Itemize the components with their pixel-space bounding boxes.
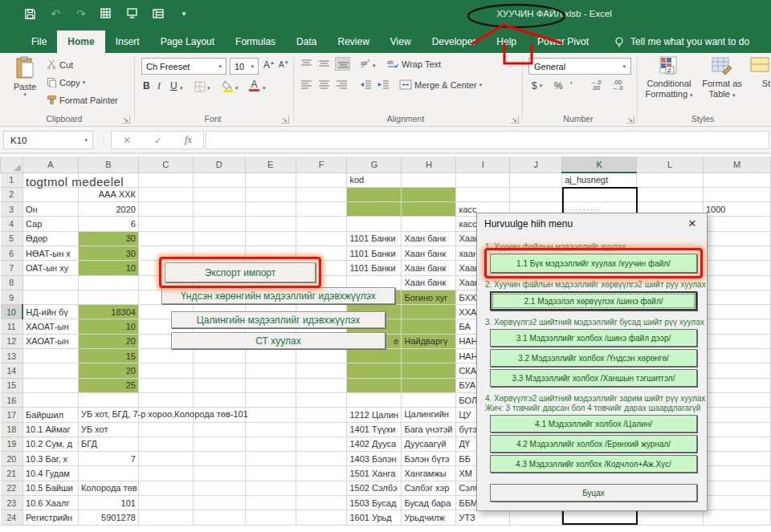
cell-f14[interactable]	[296, 363, 347, 378]
cell-a7[interactable]: ОАТ-ын ху	[22, 261, 78, 275]
cell-a10[interactable]: НД-ийн бү	[22, 305, 78, 319]
ct-copy-button[interactable]: СТ хуулах	[171, 332, 386, 349]
tab-review[interactable]: Review	[327, 30, 379, 53]
cell-h20[interactable]: Бэлэн бүтэ	[402, 452, 456, 466]
cell-a15[interactable]	[22, 378, 78, 392]
cell-b4[interactable]: 6	[78, 217, 138, 231]
borders-button[interactable]	[194, 81, 206, 94]
row-header-14[interactable]: 14	[1, 363, 23, 378]
cell-a12[interactable]: ХАОАТ-ын	[22, 334, 78, 348]
paste-button[interactable]: Paste ▾	[6, 56, 43, 98]
tab-home[interactable]: Home	[57, 30, 104, 53]
cell-m18[interactable]	[704, 422, 771, 437]
cell-d13[interactable]	[193, 349, 245, 363]
cell-h22[interactable]: Сэлбэг хэр	[402, 481, 456, 495]
cell-m4[interactable]	[704, 217, 771, 231]
cell-g17[interactable]: 1212 Цалин	[347, 408, 402, 422]
cell-e16[interactable]	[245, 392, 296, 407]
cell-a9[interactable]	[22, 290, 78, 304]
cell-f15[interactable]	[296, 378, 347, 392]
cell-l2[interactable]	[637, 187, 704, 201]
cell-c18[interactable]	[138, 422, 193, 437]
cell-b3[interactable]: 2020	[78, 202, 138, 217]
decrease-decimal-button[interactable]: .00→.0	[612, 79, 623, 91]
cell-b18[interactable]: УБ хот	[78, 422, 138, 437]
tab-view[interactable]: View	[380, 30, 422, 53]
font-launcher-icon[interactable]: ↘	[281, 116, 289, 124]
comma-style-button[interactable]: ’	[570, 79, 573, 91]
align-top-button[interactable]	[300, 59, 312, 71]
cell-g13[interactable]	[347, 349, 402, 363]
cell-f20[interactable]	[296, 452, 347, 466]
orientation-button[interactable]: ab	[360, 58, 372, 71]
row-header-6[interactable]: 6	[1, 246, 23, 260]
cell-m15[interactable]	[704, 378, 771, 392]
col-header-j[interactable]: J	[510, 156, 562, 173]
row-header-12[interactable]: 12	[1, 334, 23, 348]
cell-e24[interactable]	[245, 510, 296, 525]
align-center-button[interactable]	[318, 79, 330, 91]
cell-a16[interactable]	[22, 392, 78, 407]
cell-m2[interactable]	[704, 187, 771, 201]
cell-h14[interactable]	[402, 363, 456, 378]
cell-b10[interactable]: 18304	[78, 305, 138, 319]
export-import-button[interactable]: Экспорт импорт	[165, 262, 316, 282]
cell-e2[interactable]	[245, 187, 296, 201]
cell-k2[interactable]	[562, 187, 637, 201]
cell-d18[interactable]	[193, 422, 245, 437]
cell-c6[interactable]	[138, 246, 193, 260]
align-bottom-button[interactable]	[335, 57, 350, 71]
cell-e5[interactable]	[245, 231, 296, 246]
cell-a6[interactable]: НӨАТ-ын х	[22, 246, 78, 260]
cell-h15[interactable]	[402, 378, 456, 392]
cell-m10[interactable]	[704, 305, 771, 319]
cell-e6[interactable]	[245, 246, 296, 260]
row-header-8[interactable]: 8	[1, 275, 23, 290]
tell-me-box[interactable]: Tell me what you want to do	[614, 30, 749, 53]
cell-g5[interactable]: 1101 Банки	[347, 231, 402, 246]
cell-a11[interactable]: ХАОАТ-ын	[22, 319, 78, 334]
cell-m8[interactable]	[704, 275, 771, 290]
insert-function-icon[interactable]: fx	[185, 134, 192, 146]
col-header-g[interactable]: G	[347, 156, 402, 173]
dialog-close-icon[interactable]: ✕	[685, 217, 700, 229]
cell-b2[interactable]: ААА ХХК	[78, 187, 138, 201]
cell-c2[interactable]	[138, 187, 193, 201]
col-header-b[interactable]: B	[78, 156, 138, 173]
grid-tool-icon[interactable]	[100, 6, 114, 21]
row-header-9[interactable]: 9	[1, 290, 23, 304]
cell-h16[interactable]	[402, 392, 456, 407]
fill-color-dropdown-icon[interactable]: ▾	[235, 85, 239, 91]
cell-a18[interactable]: 10.1 Аймаг	[22, 422, 78, 437]
cell-d22[interactable]	[193, 481, 245, 495]
cell-m7[interactable]	[704, 261, 771, 275]
name-box-dropdown-icon[interactable]: ▾	[84, 137, 88, 144]
row-header-21[interactable]: 21	[1, 466, 23, 481]
cell-f18[interactable]	[296, 422, 347, 437]
select-all-corner[interactable]	[1, 156, 23, 173]
cell-e15[interactable]	[245, 378, 296, 392]
number-format-select[interactable]: General▾	[528, 58, 631, 75]
row-header-11[interactable]: 11	[1, 319, 23, 334]
cell-b19[interactable]: БГД	[78, 437, 138, 451]
format-painter-button[interactable]: Format Painter	[47, 95, 118, 105]
copy-dropdown-icon[interactable]: ▾	[83, 79, 86, 86]
qat-dropdown-icon[interactable]: ▾	[177, 6, 191, 21]
cell-g18[interactable]: 1401 Түүхи	[347, 422, 402, 437]
cell-d14[interactable]	[193, 363, 245, 378]
borders-dropdown-icon[interactable]: ▾	[207, 85, 210, 91]
cell-e4[interactable]	[245, 217, 296, 231]
cell-d2[interactable]	[193, 187, 245, 201]
cell-e21[interactable]	[245, 466, 296, 481]
cell-m24[interactable]	[704, 510, 771, 525]
cell-m11[interactable]	[704, 319, 771, 334]
cell-h17[interactable]: Цалингийн	[402, 408, 456, 422]
col-header-i[interactable]: I	[456, 156, 510, 173]
cell-f6[interactable]	[296, 246, 347, 260]
col-header-m[interactable]: M	[704, 156, 771, 173]
cell-k1[interactable]: aj_husnegt	[562, 173, 637, 187]
tab-data[interactable]: Data	[286, 30, 327, 53]
dialog-button-3-3[interactable]: 3.3 Мэдээллийг холбох /Ханшын тэгшитгэл/	[490, 369, 697, 387]
row-header-20[interactable]: 20	[1, 452, 23, 466]
cell-i2[interactable]	[456, 187, 510, 201]
